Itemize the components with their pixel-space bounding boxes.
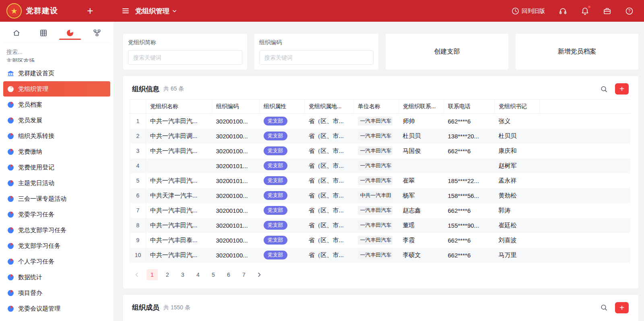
sidebar-item-label: 数据统计 (18, 274, 42, 281)
cell-org-region: 省（区、市... (305, 129, 354, 144)
org-code-input[interactable] (259, 50, 374, 65)
sidebar-item-7[interactable]: 主题党日活动 (3, 175, 110, 191)
cell-phone: 138****20... (444, 129, 495, 144)
table-row[interactable]: 3中共一汽丰田汽...30200100...党支部省（区、市...一汽丰田汽车马… (130, 144, 631, 158)
pie-chart-icon-active[interactable] (64, 27, 76, 39)
cell-unit-name: 一汽丰田汽车 (354, 144, 399, 158)
support-headset-icon[interactable] (559, 7, 567, 15)
cell-unit-name: 一汽丰田汽车 (354, 203, 399, 218)
org-attr-badge: 党支部 (264, 161, 287, 170)
cell-org-region: 省（区、市... (305, 144, 354, 158)
table-row[interactable]: 6中共天津一汽丰...30200100...党支部省（区、市...中共一汽丰田杨… (130, 188, 631, 203)
sidebar-item-1[interactable]: 党组织管理 (3, 81, 110, 97)
cell-org-name: 中共一汽丰田调... (146, 129, 212, 144)
org-info-panel: 组织信息 共 65 条 + 党组织名称组织编码组织属性党组织属地...单位名称党… (123, 76, 638, 288)
search-icon[interactable] (600, 304, 608, 311)
pagination-page-1[interactable]: 1 (147, 269, 158, 280)
sidebar-item-2[interactable]: 党员档案 (3, 97, 110, 112)
sidebar-item-11[interactable]: 党支部学习任务 (3, 238, 110, 253)
sidebar-item-6[interactable]: 党费使用登记 (3, 160, 110, 175)
table-row[interactable]: 7中共一汽丰田汽...30200100...党支部省（区、市...一汽丰田汽车赵… (130, 203, 631, 218)
unit-name-tag: 一汽丰田汽车 (358, 146, 392, 155)
sidebar-item-9[interactable]: 党委学习任务 (3, 207, 110, 222)
sidebar-item-label: 党费缴纳 (18, 148, 42, 156)
org-attr-badge: 党支部 (264, 206, 287, 215)
back-to-old-version-button[interactable]: 回到旧版 (512, 7, 545, 15)
pagination-page-7[interactable]: 7 (238, 269, 250, 280)
pagination-page-4[interactable]: 4 (192, 269, 204, 280)
pie-icon (7, 258, 14, 265)
column-header (540, 100, 631, 114)
table-row[interactable]: 8中共一汽丰田汽...30200101...党支部省（区、市...一汽丰田汽车董… (130, 218, 631, 233)
cell-org-name: 中共一汽丰田汽... (146, 173, 212, 188)
sidebar-item-12[interactable]: 个人学习任务 (3, 254, 110, 269)
cell-blank (540, 144, 631, 158)
page-title-dropdown[interactable]: 党组织管理 (135, 6, 177, 16)
table-row[interactable]: 5中共一汽丰田汽...30200101...党支部省（区、市...一汽丰田汽车崔… (130, 173, 631, 188)
pie-icon (7, 227, 14, 234)
pagination-prev-icon[interactable] (131, 269, 142, 280)
create-branch-button[interactable]: 创建支部 (386, 34, 508, 70)
cell-org-attr: 党支部 (260, 248, 305, 263)
active-tab-underline (59, 39, 81, 40)
add-org-button[interactable]: + (615, 83, 629, 95)
cell-org-region: 省（区、市... (305, 218, 354, 233)
pagination-page-6[interactable]: 6 (223, 269, 234, 280)
table-row[interactable]: 1中共一汽丰田汽...30200100...党支部省（区、市...一汽丰田汽车师… (130, 114, 631, 129)
sidebar-item-16[interactable]: 党员工作台 (3, 317, 110, 321)
cell-org-code: 30200100... (212, 114, 260, 129)
pagination-next-icon[interactable] (254, 269, 265, 280)
cell-org-name: 中共一汽丰田汽... (146, 218, 212, 233)
sidebar: 主部区农场 党群建设首页党组织管理党员档案党员发展组织关系转接党费缴纳党费使用登… (0, 22, 114, 321)
sidebar-item-14[interactable]: 项目督办 (3, 285, 110, 300)
unit-name-tag: 一汽丰田汽车 (358, 236, 392, 245)
party-emblem-logo: ★ (6, 3, 22, 19)
sidebar-search-input[interactable] (6, 49, 107, 55)
cell-contact: 董瑶 (399, 218, 444, 233)
table-row[interactable]: 10中共一汽丰田汽...30200100...党支部省（区、市...一汽丰田汽车… (130, 248, 631, 263)
row-index: 5 (130, 173, 146, 188)
search-icon[interactable] (600, 85, 608, 93)
table-grid-icon[interactable] (37, 27, 50, 39)
sidebar-item-10[interactable]: 党总支部学习任务 (3, 222, 110, 238)
help-icon[interactable]: ? (625, 7, 634, 15)
org-attr-badge: 党支部 (264, 191, 287, 200)
sidebar-item-label: 党支部学习任务 (18, 242, 60, 250)
sidebar-item-13[interactable]: 数据统计 (3, 270, 110, 285)
pie-icon (7, 148, 14, 155)
cell-org-region: 省（区、市... (305, 248, 354, 263)
notifications-bell-icon[interactable] (581, 7, 589, 15)
add-member-archive-button[interactable]: 新增党员档案 (516, 34, 638, 70)
cell-secretary: 赵树军 (495, 158, 540, 173)
cell-org-attr: 党支部 (260, 233, 305, 248)
briefcase-icon[interactable] (603, 7, 611, 15)
unit-name-tag: 一汽丰田汽车 (358, 206, 392, 215)
org-short-name-input[interactable] (128, 50, 242, 65)
sidebar-item-8[interactable]: 三会一课专题活动 (3, 191, 110, 206)
cell-org-name (146, 158, 212, 173)
pie-icon (7, 180, 14, 187)
org-attr-badge: 党支部 (264, 236, 287, 245)
org-flow-icon[interactable] (91, 27, 103, 39)
cell-org-code: 30200101... (212, 173, 260, 188)
sidebar-item-4[interactable]: 组织关系转接 (3, 128, 110, 144)
cell-phone: 662****6 (444, 114, 495, 129)
hamburger-menu-icon[interactable] (122, 7, 130, 15)
add-member-button[interactable]: + (615, 302, 629, 313)
pagination-page-2[interactable]: 2 (162, 269, 173, 280)
table-row[interactable]: 430200101...党支部省（区、市...一汽丰田汽车赵树军 (130, 158, 631, 173)
cell-secretary: 康庆和 (495, 144, 540, 158)
sidebar-item-5[interactable]: 党费缴纳 (3, 144, 110, 159)
sidebar-item-3[interactable]: 党员发展 (3, 113, 110, 128)
table-row[interactable]: 9中共一汽丰田泰...30200100...党支部省（区、市...一汽丰田汽车李… (130, 233, 631, 248)
add-icon[interactable]: + (87, 6, 93, 16)
sidebar-item-15[interactable]: 党委会议题管理 (3, 301, 110, 316)
column-header: 单位名称 (354, 100, 399, 114)
pagination-page-5[interactable]: 5 (208, 269, 219, 280)
sidebar-item-0[interactable]: 党群建设首页 (3, 66, 110, 81)
pie-icon (7, 86, 14, 93)
home-icon[interactable] (10, 27, 23, 39)
cell-unit-name: 一汽丰田汽车 (354, 158, 399, 173)
pagination-page-3[interactable]: 3 (177, 269, 188, 280)
table-row[interactable]: 2中共一汽丰田调...30200100...党支部省（区、市...一汽丰田汽车杜… (130, 129, 631, 144)
